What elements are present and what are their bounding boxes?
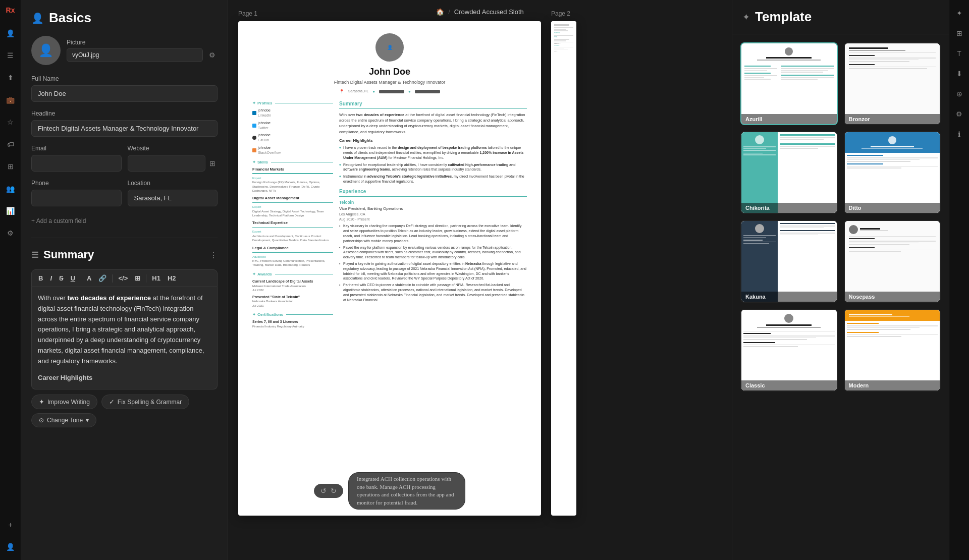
right-sidebar-text-icon[interactable]: T xyxy=(952,46,966,61)
template-card-ditto[interactable]: Ditto xyxy=(844,131,941,214)
headline-input[interactable] xyxy=(31,120,218,137)
resume-right-col: Summary With over two decades of experie… xyxy=(339,100,527,330)
spellcheck-icon: ✓ xyxy=(109,398,115,406)
right-sidebar-layers-icon[interactable]: ⊞ xyxy=(952,26,966,40)
avatar: 👤 xyxy=(31,36,61,65)
sidebar-icon-plus[interactable]: + xyxy=(4,518,18,532)
summary-section-header: ☰ Summary ⋮ xyxy=(31,248,218,261)
highlight-btn[interactable]: A xyxy=(84,273,94,284)
redo-btn[interactable]: ↻ xyxy=(331,487,337,495)
breadcrumb: 🏠 / Crowded Accused Sloth xyxy=(428,0,532,24)
resume-experience-head: Experience xyxy=(339,188,527,197)
template-card-kakuna[interactable]: Kakuna xyxy=(740,220,838,303)
improve-writing-btn[interactable]: ✦ Improve Writing xyxy=(31,395,97,409)
full-name-label: Full Name xyxy=(31,75,218,82)
strikethrough-btn[interactable]: S xyxy=(57,273,66,284)
template-preview-azurill xyxy=(741,43,837,124)
sidebar-icon-list[interactable]: ☰ xyxy=(4,48,18,63)
template-preview-chikorita xyxy=(741,132,837,213)
link-btn[interactable]: 🔗 xyxy=(96,273,109,284)
embed-btn[interactable]: ⊞ xyxy=(132,273,143,284)
template-name-ditto: Ditto xyxy=(845,203,940,213)
right-sidebar-info-icon[interactable]: ℹ xyxy=(952,127,966,141)
email-label: Email xyxy=(31,145,122,152)
breadcrumb-title: Crowded Accused Sloth xyxy=(454,8,524,16)
template-card-7[interactable]: Classic xyxy=(740,309,838,391)
summary-editor[interactable]: With over two decades of experience at t… xyxy=(31,287,218,389)
h1-btn[interactable]: H1 xyxy=(149,273,163,284)
certifications-section-title: ✦ Certifications xyxy=(252,312,333,317)
add-custom-field-btn[interactable]: + Add a custom field xyxy=(31,214,86,228)
template-name-nosepass: Nosepass xyxy=(845,292,940,302)
sidebar-icon-star[interactable]: ☆ xyxy=(4,115,18,129)
code-btn[interactable]: </> xyxy=(116,273,130,284)
template-card-bronzor[interactable]: Bronzor xyxy=(844,42,941,125)
sidebar-icon-people[interactable]: 👥 xyxy=(4,182,18,196)
template-card-chikorita[interactable]: Chikorita xyxy=(740,131,838,214)
resume-career-highlights-title: Career Highlights xyxy=(339,138,527,143)
template-card-8[interactable]: Modern xyxy=(844,309,941,391)
template-header: ✦ Template xyxy=(732,0,949,34)
resume-left-col: ✦ Profiles johndoeLinkedIn johndoeTwitte… xyxy=(252,100,333,330)
website-settings-btn[interactable]: ⊞ xyxy=(207,157,218,170)
phone-location-row: Phone Location xyxy=(31,180,218,214)
ch-item-1: I have a proven track record in the desi… xyxy=(339,145,527,160)
h2-btn[interactable]: H2 xyxy=(165,273,179,284)
template-name-8: Modern xyxy=(845,380,940,390)
page1-label: Page 1 xyxy=(238,10,257,17)
full-name-input[interactable] xyxy=(31,85,218,102)
sidebar-icon-settings[interactable]: ⚙ xyxy=(4,226,18,240)
summary-title: Summary xyxy=(43,248,94,261)
template-card-nosepass[interactable]: Nosepass xyxy=(844,220,941,303)
exp-bullet-4: Partnered with CEO to pioneer a stableco… xyxy=(339,283,527,302)
italic-btn[interactable]: I xyxy=(47,273,55,284)
breadcrumb-separator: / xyxy=(448,8,450,16)
picture-filename-input[interactable] xyxy=(67,48,203,62)
template-name-7: Classic xyxy=(741,380,837,390)
bold-btn[interactable]: B xyxy=(36,273,45,284)
location-input[interactable] xyxy=(128,190,218,206)
picture-label: Picture xyxy=(67,39,218,46)
sidebar-icon-share[interactable]: ⬆ xyxy=(4,71,18,85)
sparkle-icon: ✦ xyxy=(39,398,44,406)
chevron-down-icon: ▾ xyxy=(86,417,89,424)
template-panel: ✦ Template xyxy=(732,0,949,560)
phone-input[interactable] xyxy=(31,190,122,206)
template-name-kakuna: Kakuna xyxy=(741,292,837,302)
template-card-azurill[interactable]: Azurill xyxy=(740,42,838,125)
template-preview-ditto xyxy=(845,132,940,213)
fix-spelling-btn[interactable]: ✓ Fix Spelling & Grammar xyxy=(101,395,189,409)
right-sidebar-download-icon[interactable]: ⬇ xyxy=(952,67,966,81)
summary-menu-btn[interactable]: ⋮ xyxy=(209,250,218,260)
home-icon[interactable]: 🏠 xyxy=(436,8,444,16)
main-wrapper: 🏠 / Crowded Accused Sloth Page 1 👤 John … xyxy=(228,0,732,560)
undo-btn[interactable]: ↺ xyxy=(320,487,327,495)
underline-btn[interactable]: U xyxy=(68,273,78,284)
template-preview-7 xyxy=(741,310,837,390)
sidebar-icon-avatar[interactable]: 👤 xyxy=(4,540,18,554)
page2-label: Page 2 xyxy=(551,10,570,17)
sidebar-icon-user[interactable]: 👤 xyxy=(4,26,18,40)
right-sidebar-settings-icon[interactable]: ⚙ xyxy=(952,107,966,121)
website-label: Website xyxy=(128,145,218,152)
right-sidebar-magic-icon[interactable]: ✦ xyxy=(952,6,966,20)
template-name-bronzor: Bronzor xyxy=(845,114,940,124)
basics-panel: 👤 Basics 👤 Picture ⚙ Full Name Headline … xyxy=(21,0,228,560)
sidebar-icon-tag[interactable]: 🏷 xyxy=(4,137,18,151)
page2-document: Polaroid FIFA Current L... Midwest... Ro… xyxy=(551,21,576,516)
email-input[interactable] xyxy=(31,155,122,172)
sidebar-icon-grid[interactable]: ⊞ xyxy=(4,159,18,174)
template-preview-kakuna xyxy=(741,221,837,302)
left-sidebar: Rx 👤 ☰ ⬆ 💼 ☆ 🏷 ⊞ 👥 📊 ⚙ + 👤 xyxy=(0,0,21,560)
website-input[interactable] xyxy=(128,155,206,172)
picture-settings-btn[interactable]: ⚙ xyxy=(207,49,218,61)
sidebar-icon-chart[interactable]: 📊 xyxy=(4,204,18,218)
sidebar-icon-briefcase[interactable]: 💼 xyxy=(4,93,18,107)
headline-label: Headline xyxy=(31,110,218,117)
change-tone-btn[interactable]: ⊙ Change Tone ▾ xyxy=(31,413,96,427)
skills-section-title: ✦ Skills xyxy=(252,159,333,165)
location-label: Location xyxy=(128,180,218,187)
right-sidebar-zoom-icon[interactable]: ⊕ xyxy=(952,87,966,101)
user-panel-icon: 👤 xyxy=(31,12,44,24)
exp-dates: Aug 2020 - Present xyxy=(339,217,527,222)
